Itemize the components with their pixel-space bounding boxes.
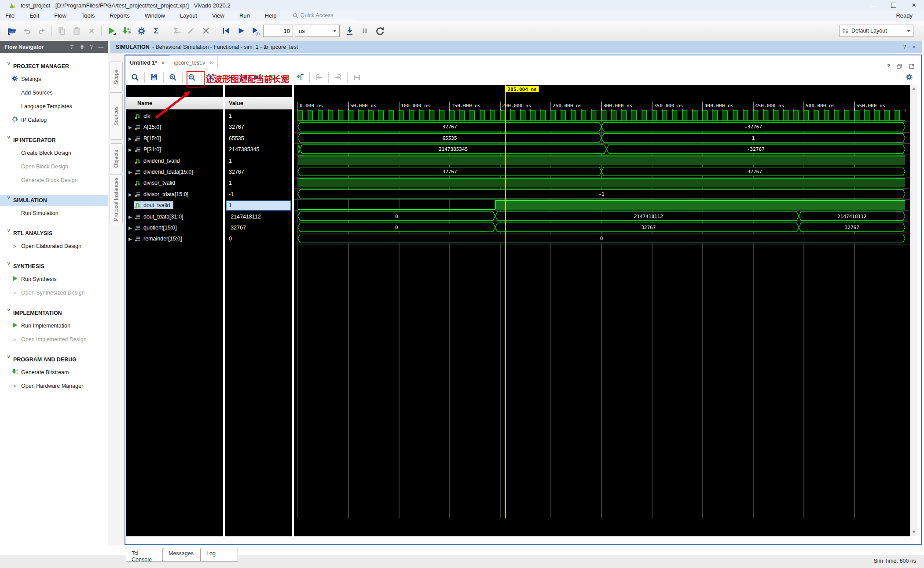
signal-row-dout-tvalid[interactable]: dout_tvalid [126, 200, 223, 211]
wave-settings-gear-icon[interactable] [902, 71, 916, 84]
chevron-right-icon[interactable]: ▶ [128, 136, 132, 141]
quick-access[interactable]: Quick Access [293, 11, 356, 20]
pause-button[interactable] [358, 25, 371, 37]
signal-row-divisor-tdata-15-0[interactable]: ▶divisor_tdata[15:0] [126, 189, 223, 200]
sidebar-item-create-block-design[interactable]: Create Block Design [0, 146, 108, 160]
settings-gear-button[interactable] [135, 25, 148, 37]
sidebar-item-ip-catalog[interactable]: IP Catalog [0, 113, 108, 127]
name-column-header[interactable]: Name [126, 97, 223, 109]
signal-value-a-15-0[interactable]: 32767 [225, 122, 292, 132]
collapse-all-icon[interactable] [69, 44, 74, 50]
maximize-panel-icon[interactable] [909, 63, 915, 69]
signal-row-dividend-tdata-15-0[interactable]: ▶dividend_tdata[15:0] [126, 167, 223, 177]
sidebar-item-generate-block-design[interactable]: Generate Block Design [0, 173, 108, 187]
sidebar-item-run-synthesis[interactable]: Run Synthesis [0, 272, 108, 286]
sidebar-item-open-hardware-manager[interactable]: >Open Hardware Manager [0, 379, 108, 393]
close-icon[interactable]: × [161, 59, 165, 66]
sidebar-section-ip-integrator[interactable]: >IP INTEGRATOR [0, 135, 108, 146]
signal-value-remainder-15-0[interactable]: 0 [225, 233, 292, 244]
sidebar-item-open-elaborated-design[interactable]: >Open Elaborated Design [0, 239, 108, 253]
restart-sim-button[interactable] [219, 25, 232, 37]
signal-row-remainder-15-0[interactable]: ▶remainder[15:0] [126, 233, 223, 244]
copy-button[interactable] [55, 25, 68, 37]
signal-row-b-15-0[interactable]: ▶B[15:0] [126, 133, 223, 144]
signal-row-divisor-tvalid[interactable]: divisor_tvalid [126, 178, 223, 188]
sidebar-item-open-synthesized-design[interactable]: >Open Synthesized Design [0, 286, 108, 299]
sidebar-item-generate-bitstream[interactable]: 0110Generate Bitstream [0, 365, 108, 379]
close-icon[interactable]: × [209, 59, 213, 66]
maximize-button[interactable] [884, 0, 904, 11]
scroll-up-icon[interactable] [912, 87, 916, 91]
menu-view[interactable]: View [207, 12, 230, 19]
chevron-right-icon[interactable]: ▶ [128, 192, 132, 197]
tab-untitled-1[interactable]: Untitled 1* × [125, 55, 169, 69]
edit-disabled-button[interactable] [184, 25, 198, 37]
sidebar-item-run-implementation[interactable]: Run Implementation [0, 319, 108, 332]
menu-window[interactable]: Window [139, 12, 170, 19]
undo-button[interactable] [20, 25, 33, 37]
run-all-button[interactable] [234, 25, 247, 37]
signal-value-divisor-tdata-15-0[interactable]: -1 [225, 189, 292, 200]
side-tab-sources[interactable]: Sources [110, 92, 123, 140]
vertical-scrollbar[interactable] [910, 85, 917, 536]
minimize-button[interactable]: — [863, 0, 884, 11]
signal-row-p-31-0[interactable]: ▶P[31:0] [126, 144, 223, 155]
sidebar-item-open-block-design[interactable]: Open Block Design [0, 160, 108, 173]
sidebar-section-rtl-analysis[interactable]: >RTL ANALYSIS [0, 228, 108, 239]
side-tab-protocol-instances[interactable]: Protocol Instances [110, 174, 123, 224]
paste-button[interactable] [70, 25, 83, 37]
console-tab-messages[interactable]: Messages [163, 548, 201, 562]
help-icon[interactable]: ? [887, 63, 890, 69]
open-project-button[interactable] [5, 25, 18, 37]
signal-value-b-15-0[interactable]: 65535 [225, 133, 292, 144]
step-button[interactable] [343, 25, 356, 37]
menu-reports[interactable]: Reports [104, 12, 135, 19]
sim-time-unit-select[interactable]: us [295, 25, 340, 37]
signal-row-clk[interactable]: clk [126, 111, 223, 121]
expand-collapse-icon[interactable] [80, 44, 84, 50]
sidebar-section-program-and-debug[interactable]: >PROGRAM AND DEBUG [0, 354, 108, 365]
chevron-right-icon[interactable]: ▶ [128, 226, 132, 230]
signal-value-divisor-tvalid[interactable]: 1 [225, 178, 292, 188]
generate-bitstream-button[interactable]: 0110 [120, 25, 133, 37]
sidebar-item-add-sources[interactable]: Add Sources [0, 86, 108, 99]
run-for-time-button[interactable]: (T) [249, 25, 262, 37]
signal-value-dividend-tvalid[interactable]: 1 [225, 156, 292, 166]
add-marker-icon[interactable] [293, 71, 307, 84]
signal-row-dividend-tvalid[interactable]: dividend_tvalid [126, 156, 223, 166]
signal-row-dout-tdata-31-0[interactable]: ▶dout_tdata[31:0] [126, 211, 223, 222]
sidebar-item-run-simulation[interactable]: Run Simulation [0, 206, 108, 220]
signal-value-clk[interactable]: 1 [225, 111, 292, 121]
sidebar-section-simulation[interactable]: >SIMULATION [0, 195, 108, 206]
sidebar-section-project-manager[interactable]: >PROJECT MANAGER [0, 61, 108, 72]
chevron-right-icon[interactable]: ▶ [128, 215, 132, 219]
side-tab-objects[interactable]: Objects [110, 143, 123, 174]
sidebar-item-open-implemented-design[interactable]: >Open Implemented Design [0, 332, 108, 346]
menu-run[interactable]: Run [234, 12, 255, 19]
signal-row-quotient-15-0[interactable]: ▶quotient[15:0] [126, 222, 223, 233]
save-icon[interactable] [147, 71, 161, 84]
chevron-right-icon[interactable]: ▶ [128, 170, 132, 175]
value-column-header[interactable]: Value [225, 97, 292, 109]
relaunch-button[interactable] [373, 25, 386, 37]
signal-value-dout-tdata-31-0[interactable]: -2147418112 [225, 211, 292, 222]
menu-edit[interactable]: Edit [24, 12, 44, 19]
menu-file[interactable]: File [0, 12, 20, 19]
goto-left-edge-icon[interactable] [312, 71, 326, 84]
goto-right-edge-icon[interactable] [331, 71, 345, 84]
console-tab-tcl-console[interactable]: Tcl Console [126, 548, 163, 562]
layout-selector[interactable]: Default Layout [840, 25, 913, 37]
sigma-disabled-button[interactable]: Σ̶ [169, 25, 183, 37]
menu-layout[interactable]: Layout [175, 12, 202, 19]
sim-time-input[interactable] [263, 25, 293, 37]
delete-button[interactable]: × [85, 25, 98, 37]
signal-value-dout-tvalid[interactable]: 1 [225, 200, 292, 211]
swap-cursors-icon[interactable] [350, 71, 363, 84]
cut-disabled-button[interactable] [199, 25, 213, 37]
close-panel-icon[interactable]: × [913, 44, 916, 50]
run-button[interactable] [105, 25, 118, 37]
report-sigma-button[interactable]: Σ [150, 25, 163, 37]
sidebar-item-settings[interactable]: Settings [0, 72, 108, 86]
menu-help[interactable]: Help [260, 12, 282, 19]
close-button[interactable]: × [904, 0, 924, 11]
